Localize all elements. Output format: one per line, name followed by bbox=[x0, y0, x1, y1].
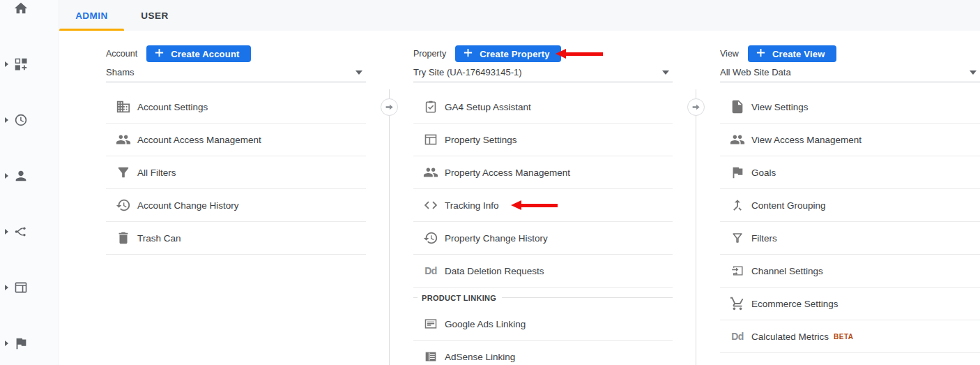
list-item-property-access-management[interactable]: Property Access Management bbox=[413, 156, 673, 189]
ads-lines-icon bbox=[422, 315, 439, 332]
list-item-channel-settings[interactable]: Channel Settings bbox=[720, 255, 980, 288]
view-label: View bbox=[720, 49, 739, 59]
list-item-all-filters[interactable]: All Filters bbox=[106, 156, 366, 189]
list-item-view-access-management[interactable]: View Access Management bbox=[720, 124, 980, 156]
list-item-account-access-management[interactable]: Account Access Management bbox=[106, 124, 366, 156]
tab-user[interactable]: USER bbox=[124, 0, 185, 31]
filter-outline-icon bbox=[729, 230, 746, 246]
list-item-label: Property Change History bbox=[445, 233, 548, 244]
tab-user-label: USER bbox=[141, 10, 169, 21]
list-item-label: Calculated Metrics bbox=[751, 332, 829, 342]
create-property-button[interactable]: Create Property bbox=[455, 45, 561, 62]
sidebar-item-attribution[interactable] bbox=[0, 341, 59, 365]
list-item-label: Property Access Management bbox=[445, 167, 570, 178]
plus-icon bbox=[154, 47, 164, 60]
create-account-button[interactable]: Create Account bbox=[146, 45, 250, 62]
account-selector-dropdown[interactable]: Shams bbox=[106, 63, 366, 82]
collapse-column-button[interactable] bbox=[381, 98, 398, 116]
history-icon bbox=[422, 230, 439, 246]
chevron-down-icon bbox=[970, 70, 977, 75]
list-item-label: Account Settings bbox=[137, 102, 208, 112]
list-item-property-change-history[interactable]: Property Change History bbox=[413, 222, 673, 255]
annotation-arrow-tracking-info bbox=[511, 200, 558, 210]
list-item-label: View Access Management bbox=[751, 135, 862, 145]
list-item-label: Tracking Info bbox=[445, 200, 499, 211]
filter-filled-icon bbox=[115, 164, 132, 181]
list-item-property-settings[interactable]: Property Settings bbox=[413, 124, 673, 156]
browser-card-behavior-icon bbox=[13, 280, 29, 295]
list-item-label: View Settings bbox=[751, 102, 809, 112]
annotation-arrow-create-property bbox=[556, 49, 603, 59]
list-item-trash-can[interactable]: Trash Can bbox=[106, 222, 366, 255]
flag-icon bbox=[729, 164, 746, 181]
create-view-button[interactable]: Create View bbox=[748, 45, 836, 62]
trash-icon bbox=[115, 230, 132, 246]
sidebar bbox=[0, 0, 59, 365]
product-linking-section-header: PRODUCT LINKING bbox=[413, 288, 673, 308]
page-icon bbox=[729, 98, 746, 115]
list-item-label: Google Ads Linking bbox=[445, 319, 526, 329]
sidebar-item-audience[interactable] bbox=[0, 81, 59, 109]
view-selector-value: All Web Site Data bbox=[720, 67, 791, 77]
merge-icon bbox=[729, 197, 746, 214]
chevron-down-icon bbox=[662, 70, 669, 75]
view-selector-dropdown[interactable]: All Web Site Data bbox=[720, 63, 980, 82]
property-selector-dropdown[interactable]: Try Site (UA-176493145-1) bbox=[413, 63, 673, 82]
list-item-label: Content Grouping bbox=[751, 200, 826, 211]
sidebar-item-behavior[interactable] bbox=[0, 137, 59, 165]
list-item-adsense-linking[interactable]: AdSense Linking bbox=[413, 341, 673, 365]
dd-letters-icon: Dd bbox=[729, 328, 746, 345]
admin-header-tabs: ADMIN USER bbox=[59, 0, 980, 31]
section-title: PRODUCT LINKING bbox=[422, 294, 496, 302]
column-divider bbox=[389, 89, 390, 365]
view-column: View Create View All Web Site Data View … bbox=[720, 45, 980, 353]
list-item-ga4-setup-assistant[interactable]: GA4 Setup Assistant bbox=[413, 91, 673, 124]
list-item-google-ads-linking[interactable]: Google Ads Linking bbox=[413, 308, 673, 341]
account-column: Account Create Account Shams Account Set… bbox=[106, 45, 366, 255]
adsense-filled-icon bbox=[422, 348, 439, 365]
arrow-head-left-icon bbox=[511, 200, 521, 210]
list-item-label: Data Deletion Requests bbox=[445, 266, 544, 276]
sidebar-item-realtime[interactable] bbox=[0, 53, 59, 81]
list-item-label: Channel Settings bbox=[751, 266, 823, 276]
active-tab-indicator bbox=[59, 29, 124, 31]
list-item-account-change-history[interactable]: Account Change History bbox=[106, 189, 366, 222]
dd-letters-icon: Dd bbox=[422, 262, 439, 279]
building-icon bbox=[115, 98, 132, 115]
property-label: Property bbox=[413, 49, 446, 59]
people-icon bbox=[422, 164, 439, 181]
list-item-ecommerce-settings[interactable]: Ecommerce Settings bbox=[720, 288, 980, 320]
cart-icon bbox=[729, 295, 746, 312]
chevron-down-icon bbox=[355, 70, 362, 75]
expand-arrow-icon bbox=[5, 285, 8, 290]
list-item-content-grouping[interactable]: Content Grouping bbox=[720, 189, 980, 222]
collapse-column-button[interactable] bbox=[687, 98, 705, 116]
list-item-label: Account Change History bbox=[137, 200, 239, 211]
arrow-head-left-icon bbox=[556, 49, 566, 59]
account-selector-value: Shams bbox=[106, 67, 134, 77]
list-item-calculated-metrics[interactable]: Dd Calculated Metrics BETA bbox=[720, 320, 980, 353]
account-label: Account bbox=[106, 49, 137, 59]
list-item-goals[interactable]: Goals bbox=[720, 156, 980, 189]
list-item-label: Trash Can bbox=[137, 233, 181, 244]
sidebar-item-home[interactable] bbox=[0, 0, 59, 25]
list-item-label: Property Settings bbox=[445, 135, 517, 145]
list-item-filters[interactable]: Filters bbox=[720, 222, 980, 255]
sidebar-item-conversions[interactable] bbox=[0, 165, 59, 193]
property-selector-value: Try Site (UA-176493145-1) bbox=[413, 67, 522, 77]
home-icon bbox=[13, 1, 29, 16]
history-icon bbox=[115, 197, 132, 214]
list-item-label: Ecommerce Settings bbox=[751, 299, 839, 309]
people-icon bbox=[115, 131, 132, 148]
arrow-right-icon bbox=[385, 103, 394, 112]
sidebar-item-customization[interactable] bbox=[0, 25, 59, 53]
list-item-view-settings[interactable]: View Settings bbox=[720, 91, 980, 124]
list-item-label: Goals bbox=[751, 167, 776, 178]
tab-admin-label: ADMIN bbox=[75, 10, 108, 21]
list-item-data-deletion-requests[interactable]: Dd Data Deletion Requests bbox=[413, 255, 673, 288]
channel-arrows-icon bbox=[729, 262, 746, 279]
beta-badge: BETA bbox=[834, 333, 853, 341]
tab-admin[interactable]: ADMIN bbox=[59, 0, 124, 31]
sidebar-item-acquisition[interactable] bbox=[0, 109, 59, 137]
list-item-account-settings[interactable]: Account Settings bbox=[106, 91, 366, 124]
